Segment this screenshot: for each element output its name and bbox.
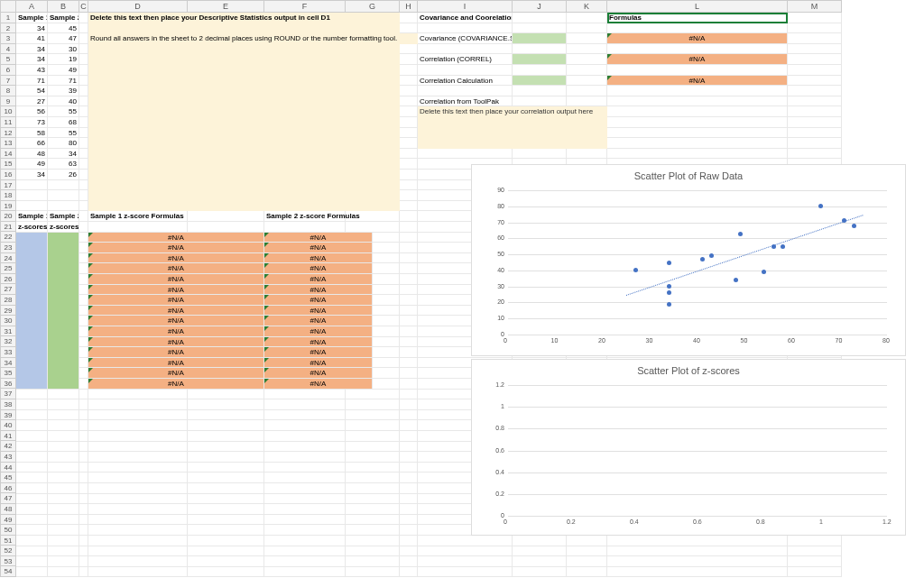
- cell-empty[interactable]: [788, 128, 842, 139]
- cell-empty[interactable]: [48, 410, 79, 421]
- cell-empty[interactable]: [400, 306, 418, 317]
- s2-formula-na[interactable]: #N/A: [264, 285, 373, 296]
- s1-formula-na[interactable]: #N/A: [88, 243, 264, 253]
- cell-empty[interactable]: [16, 567, 48, 578]
- row-header-16[interactable]: 16: [0, 170, 16, 180]
- data-sample2[interactable]: 55: [48, 106, 79, 117]
- row-header-44[interactable]: 44: [0, 463, 16, 473]
- cell-empty[interactable]: [346, 525, 400, 536]
- cell-empty[interactable]: [48, 472, 79, 483]
- cell-empty[interactable]: [79, 536, 88, 546]
- cell-empty[interactable]: [513, 65, 567, 76]
- cell-empty[interactable]: [346, 442, 400, 453]
- cell-empty[interactable]: [264, 536, 346, 546]
- row-header-31[interactable]: 31: [0, 326, 16, 337]
- data-sample1[interactable]: 66: [16, 138, 48, 149]
- cell-empty[interactable]: [79, 117, 88, 128]
- cell-empty[interactable]: [79, 472, 88, 483]
- cell-empty[interactable]: [567, 13, 607, 23]
- data-sample2[interactable]: 55: [48, 128, 79, 139]
- cell-empty[interactable]: [346, 536, 400, 546]
- cell-empty[interactable]: [79, 190, 88, 201]
- cell-empty[interactable]: [79, 337, 88, 348]
- cell-empty[interactable]: [788, 13, 842, 23]
- data-sample2[interactable]: 26: [48, 170, 79, 180]
- cell-empty[interactable]: [79, 285, 88, 296]
- data-sample1[interactable]: 34: [16, 54, 48, 65]
- s2-formula-na[interactable]: #N/A: [264, 233, 373, 243]
- cell-empty[interactable]: [79, 326, 88, 337]
- cell-empty[interactable]: [88, 515, 188, 526]
- cell-empty[interactable]: [400, 442, 418, 453]
- s1-formula-na[interactable]: #N/A: [88, 337, 264, 348]
- s2-formula-na[interactable]: #N/A: [264, 253, 373, 264]
- row-header-25[interactable]: 25: [0, 263, 16, 274]
- cell-empty[interactable]: [79, 33, 88, 44]
- row-header-19[interactable]: 19: [0, 201, 16, 212]
- cell-empty[interactable]: [79, 567, 88, 578]
- row-header-18[interactable]: 18: [0, 190, 16, 201]
- cell-empty[interactable]: [346, 504, 400, 515]
- row-header-15[interactable]: 15: [0, 159, 16, 170]
- cell-empty[interactable]: [788, 149, 842, 160]
- cell-empty[interactable]: [346, 567, 400, 578]
- cell-empty[interactable]: [188, 472, 264, 483]
- s1-formula-na[interactable]: #N/A: [88, 253, 264, 264]
- cell-empty[interactable]: [400, 525, 418, 536]
- cell-empty[interactable]: [788, 54, 842, 65]
- cell-empty[interactable]: [567, 54, 607, 65]
- row-header-47[interactable]: 47: [0, 493, 16, 504]
- cell-empty[interactable]: [607, 138, 788, 149]
- data-sample2[interactable]: 34: [48, 149, 79, 160]
- cell-empty[interactable]: [79, 347, 88, 358]
- cell-empty[interactable]: [400, 337, 418, 348]
- header-sample1-z[interactable]: Sample 1: [16, 211, 48, 222]
- cell-empty[interactable]: [79, 442, 88, 453]
- cell-empty[interactable]: [16, 504, 48, 515]
- cell-empty[interactable]: [513, 149, 567, 160]
- col-header-M[interactable]: M: [788, 0, 842, 13]
- cell-empty[interactable]: [16, 452, 48, 463]
- cell-empty[interactable]: [48, 546, 79, 557]
- cell-empty[interactable]: [788, 86, 842, 96]
- cell-empty[interactable]: [88, 536, 188, 546]
- data-sample1[interactable]: 34: [16, 44, 48, 55]
- cell-empty[interactable]: [79, 316, 88, 326]
- label-corr-toolpak[interactable]: Correlation from ToolPak: [418, 96, 513, 107]
- cell-empty[interactable]: [16, 399, 48, 410]
- cell-empty[interactable]: [188, 567, 264, 578]
- cell-empty[interactable]: [88, 546, 188, 557]
- col-header-F[interactable]: F: [264, 0, 346, 13]
- zscore-col2[interactable]: [48, 233, 79, 390]
- cell-empty[interactable]: [418, 44, 513, 55]
- cell-empty[interactable]: [788, 556, 842, 567]
- cell-empty[interactable]: [607, 567, 788, 578]
- cell-empty[interactable]: [188, 399, 264, 410]
- cell-empty[interactable]: [788, 44, 842, 55]
- cell-empty[interactable]: [79, 410, 88, 421]
- cell-empty[interactable]: [264, 420, 346, 431]
- cell-empty[interactable]: [88, 504, 188, 515]
- cell-empty[interactable]: [513, 556, 567, 567]
- cell-empty[interactable]: [400, 504, 418, 515]
- row-header-46[interactable]: 46: [0, 483, 16, 494]
- cell-empty[interactable]: [418, 556, 513, 567]
- data-sample1[interactable]: 56: [16, 106, 48, 117]
- data-sample1[interactable]: 58: [16, 128, 48, 139]
- cell-empty[interactable]: [79, 515, 88, 526]
- row-header-35[interactable]: 35: [0, 368, 16, 379]
- cell-empty[interactable]: [48, 452, 79, 463]
- row-header-21[interactable]: 21: [0, 222, 16, 233]
- cell-empty[interactable]: [346, 463, 400, 473]
- cell-empty[interactable]: [400, 233, 418, 243]
- cell-empty[interactable]: [16, 536, 48, 546]
- cell-empty[interactable]: [788, 546, 842, 557]
- cell-empty[interactable]: [264, 515, 346, 526]
- cell-empty[interactable]: [48, 525, 79, 536]
- s2-formula-na[interactable]: #N/A: [264, 316, 373, 326]
- cell-empty[interactable]: [346, 452, 400, 463]
- cell-empty[interactable]: [400, 23, 418, 34]
- cell-empty[interactable]: [79, 274, 88, 285]
- s1-formula-na[interactable]: #N/A: [88, 347, 264, 358]
- cell-empty[interactable]: [346, 390, 400, 400]
